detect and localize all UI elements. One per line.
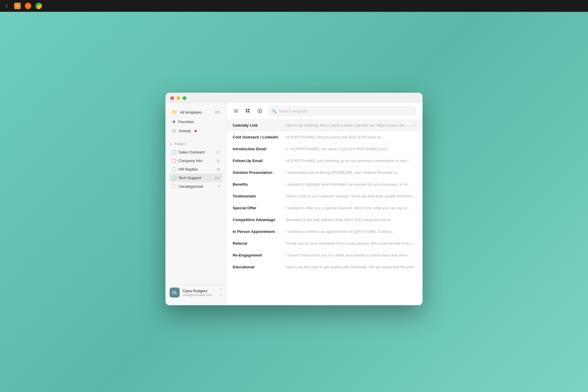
user-chevron-icon: ⌃⌄ xyxy=(219,288,222,297)
firefox-icon[interactable]: ☀ xyxy=(25,3,31,9)
all-templates-label: All templates xyxy=(180,110,202,115)
template-row[interactable]: Competitive Advantage Remixtell is the o… xyxy=(227,214,423,226)
template-row[interactable]: In Person Appointment I wanted to confir… xyxy=(227,226,423,238)
tech-support-label: Tech Support xyxy=(178,176,201,180)
template-name: Special Offer xyxy=(233,206,286,210)
folder-item-company-info[interactable]: Company Info 16 xyxy=(169,156,223,165)
folder-item-hr-replies[interactable]: HR Replies 34 xyxy=(169,165,223,174)
sidebar-item-favorites[interactable]: ★ Favorites xyxy=(169,117,223,126)
sidebar-nav: 📁 All templates 286 ★ Favorites ⏲ Activi… xyxy=(165,107,226,135)
template-preview: Hi [FIRSTNAME], just following up on our… xyxy=(286,159,417,163)
svg-rect-4 xyxy=(248,109,249,110)
uncategorized-label: Uncategorized xyxy=(178,184,203,189)
favorites-label: Favorites xyxy=(178,120,194,124)
template-row[interactable]: Follow-Up Email Hi [FIRSTNAME], just fol… xyxy=(227,155,423,167)
template-row[interactable]: Solution Presentation I understand you'r… xyxy=(227,167,423,179)
folders-label: Folders xyxy=(174,142,186,146)
template-preview: Here's my best tips to get started with … xyxy=(286,265,417,269)
close-button[interactable] xyxy=(170,96,174,100)
user-email: clara@remixtell.com xyxy=(183,293,216,297)
folder-item-tech-support[interactable]: Tech Support 142 xyxy=(169,174,223,182)
template-name: Testimonials xyxy=(233,194,286,198)
template-preview: I wanted to offer you a special discount… xyxy=(286,206,417,210)
folders-section-header[interactable]: ▼ Folders xyxy=(165,140,226,148)
window-body: 📁 All templates 286 ★ Favorites ⏲ Activi… xyxy=(165,103,423,305)
chevron-down-icon: ▼ xyxy=(170,143,173,146)
minimize-button[interactable] xyxy=(176,96,180,100)
sidebar-item-activity[interactable]: ⏲ Activity xyxy=(169,126,223,135)
maximize-button[interactable] xyxy=(183,96,186,100)
list-view-button[interactable] xyxy=(231,106,241,116)
template-preview: I understand you're facing [PROBLEM], an… xyxy=(286,170,417,175)
template-name: Benefits xyxy=(233,182,286,187)
template-preview: I wanted to highlight what Remixtell can… xyxy=(286,182,417,187)
template-row[interactable]: Cold Outreach / Linkedin Hi [FIRSTNAME],… xyxy=(227,131,423,143)
hr-replies-label: HR Replies xyxy=(178,167,198,172)
template-row[interactable]: Benefits I wanted to highlight what Remi… xyxy=(227,179,423,190)
svg-rect-0 xyxy=(234,110,238,110)
sales-outreach-count: 27 xyxy=(216,151,220,154)
template-preview: Hi [FIRSTNAME], Did you know that 50% of… xyxy=(286,135,417,139)
template-preview: I haven't heard from you in a while and … xyxy=(286,253,417,257)
taskbar:  ♔ ☀ ● xyxy=(0,0,588,12)
template-name: In Person Appointment xyxy=(233,229,286,234)
template-name: Re-Engagement xyxy=(233,253,286,257)
more-options-button[interactable]: ⋯ xyxy=(410,122,418,129)
template-preview: Remixtell is the only platform that offe… xyxy=(286,218,417,222)
template-name: Educational xyxy=(233,265,286,269)
tech-support-count: 142 xyxy=(215,176,220,180)
company-info-count: 16 xyxy=(216,159,220,163)
search-box: 🔍 xyxy=(268,106,416,116)
folder-item-uncategorized[interactable]: Uncategorized 3 xyxy=(169,182,223,191)
clock-icon: ⏲ xyxy=(172,128,176,133)
template-preview: Thank you for your business! If you know… xyxy=(286,241,417,246)
template-row[interactable]: Referral Thank you for your business! If… xyxy=(227,238,423,249)
template-preview: I wanted to confirm our appointment for … xyxy=(286,229,417,234)
template-row[interactable]: Special Offer I wanted to offer you a sp… xyxy=(227,202,423,214)
row-actions: ⋯ xyxy=(410,122,418,129)
uncategorized-count: 3 xyxy=(218,185,220,188)
chrome-icon[interactable]: ● xyxy=(35,3,42,9)
template-name: Solution Presentation xyxy=(233,170,286,175)
sales-outreach-color-box xyxy=(172,150,176,154)
window-titlebar xyxy=(165,93,423,103)
template-preview: 1. Hi [FIRSTNAME], my name is [SALES REP… xyxy=(286,147,417,151)
user-avatar: CL xyxy=(170,288,180,298)
apple-icon:  xyxy=(4,3,10,9)
star-icon: ★ xyxy=(172,119,176,124)
template-name: Cold Outreach / Linkedin xyxy=(233,135,286,139)
user-info: Clara Rodgers clara@remixtell.com xyxy=(183,289,216,297)
template-row[interactable]: Introduction Email 1. Hi [FIRSTNAME], my… xyxy=(227,143,423,155)
tech-support-color-box xyxy=(172,176,176,180)
user-name: Clara Rodgers xyxy=(183,289,216,293)
template-preview: Here's my Calendly link to book a demo c… xyxy=(286,123,417,128)
search-input[interactable] xyxy=(279,109,412,113)
main-toolbar: 🔍 xyxy=(227,103,423,120)
template-row[interactable]: Testimonials Here's a link to our custom… xyxy=(227,190,423,202)
svg-rect-5 xyxy=(246,111,247,112)
main-content: 🔍 Calendly Link Here's my Calendly link … xyxy=(227,103,423,305)
grid-view-button[interactable] xyxy=(243,106,253,116)
folder-list: Sales Outreach 27 Company Info 16 HR Rep… xyxy=(165,148,226,191)
template-row[interactable]: Re-Engagement I haven't heard from you i… xyxy=(227,249,423,261)
template-name: Referral xyxy=(233,241,286,246)
folder-item-sales-outreach[interactable]: Sales Outreach 27 xyxy=(169,148,223,156)
uncategorized-color-box xyxy=(172,184,176,189)
app-window: 📁 All templates 286 ★ Favorites ⏲ Activi… xyxy=(165,93,423,305)
company-info-color-box xyxy=(172,159,176,163)
template-row[interactable]: Educational Here's my best tips to get s… xyxy=(227,261,423,273)
sidebar-user[interactable]: CL Clara Rodgers clara@remixtell.com ⌃⌄ xyxy=(165,284,226,300)
svg-rect-6 xyxy=(248,111,249,112)
template-row[interactable]: Calendly Link Here's my Calendly link to… xyxy=(227,120,423,131)
template-name: Competitive Advantage xyxy=(233,218,286,222)
activity-label: Activity xyxy=(179,129,191,133)
svg-rect-1 xyxy=(234,111,238,111)
user-initials: CL xyxy=(172,290,177,295)
template-preview: Here's a link to our customer reviews. Y… xyxy=(286,194,417,198)
add-template-button[interactable] xyxy=(255,106,264,116)
svg-rect-2 xyxy=(234,112,238,112)
template-list: Calendly Link Here's my Calendly link to… xyxy=(227,120,423,305)
sidebar-item-all-templates[interactable]: 📁 All templates 286 xyxy=(169,107,223,117)
brave-icon[interactable]: ♔ xyxy=(14,3,21,9)
template-name: Follow-Up Email xyxy=(233,159,286,163)
